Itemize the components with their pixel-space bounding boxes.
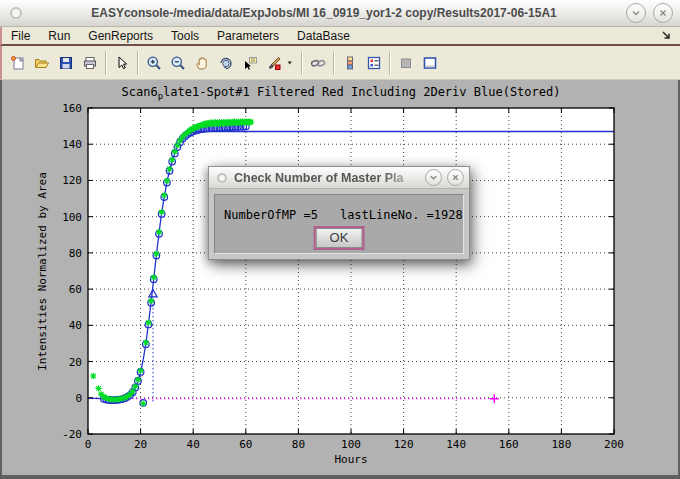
y-axis-label: Intensities Normalized by Area (36, 122, 49, 422)
y-tick-label: 120 (62, 174, 82, 187)
toolbar-separator (105, 51, 107, 75)
window-title: EASYconsole-/media/data/ExpJobs/MI 16_09… (22, 6, 626, 20)
menu-database[interactable]: DataBase (288, 27, 359, 45)
dialog-minimize-button[interactable] (425, 169, 442, 186)
chevron-down-icon (631, 8, 641, 18)
zoom-in-icon (146, 55, 162, 71)
link-plot-icon (310, 55, 326, 71)
toolbar-button-show-plot-tools[interactable] (418, 49, 442, 76)
hide-plot-tools-icon (398, 55, 414, 71)
y-tick-label: 80 (69, 247, 82, 260)
chevron-down-icon (429, 173, 438, 182)
marker-asterisk (153, 251, 159, 257)
brush-dropdown-icon (286, 55, 298, 71)
marker-asterisk (90, 373, 96, 379)
chart[interactable]: 020406080100120140160180200-200204060801… (2, 80, 678, 475)
dialog-title: Check Number of Master Pla (234, 171, 425, 185)
marker-asterisk (164, 178, 170, 184)
marker-asterisk (148, 298, 154, 304)
ok-button[interactable]: OK (316, 228, 363, 248)
toolbar-button-hide-plot-tools[interactable] (394, 49, 418, 76)
dock-arrow-icon[interactable] (661, 30, 672, 41)
window-minimize-button[interactable] (626, 3, 646, 23)
save-figure-icon (58, 55, 74, 71)
toolbar-button-edit-plot[interactable] (110, 49, 134, 76)
marker-asterisk (161, 192, 167, 198)
toolbar-button-brush[interactable] (262, 49, 286, 76)
y-tick-label: 160 (62, 102, 82, 115)
window-menu-icon[interactable] (10, 7, 22, 19)
toolbar-button-zoom-out[interactable] (166, 49, 190, 76)
dialog-body: NumberOfMP =5lastLineNo. =1928 OK (209, 189, 469, 259)
marker-asterisk (172, 148, 178, 154)
x-tick-label: 160 (499, 438, 519, 451)
dialog-message: NumberOfMP =5lastLineNo. =1928 (224, 208, 457, 222)
x-axis-label: Hours (88, 453, 614, 466)
y-tick-label: -20 (62, 428, 82, 441)
marker-asterisk (143, 339, 149, 345)
y-tick-label: 140 (62, 138, 82, 151)
toolbar-separator (301, 51, 303, 75)
x-tick-label: 80 (292, 438, 305, 451)
chart-title: Scan6plate1-Spot#1 Filtered Red Includin… (68, 85, 614, 101)
toolbar-button-save-figure[interactable] (54, 49, 78, 76)
y-tick-label: 40 (69, 319, 82, 332)
toolbar-button-data-cursor[interactable] (238, 49, 262, 76)
marker-asterisk (95, 385, 101, 391)
menu-file[interactable]: File (2, 27, 39, 45)
zoom-out-icon (170, 55, 186, 71)
menu-tools[interactable]: Tools (162, 27, 208, 45)
x-tick-label: 20 (134, 438, 147, 451)
toolbar-button-insert-colorbar[interactable] (338, 49, 362, 76)
toolbar-button-link-plot[interactable] (306, 49, 330, 76)
toolbar-separator (389, 51, 391, 75)
x-tick-label: 120 (394, 438, 414, 451)
marker-asterisk (151, 274, 157, 280)
toolbar-button-pan[interactable] (190, 49, 214, 76)
dialog-titlebar[interactable]: Check Number of Master Pla (209, 167, 469, 189)
x-tick-label: 200 (604, 438, 624, 451)
toolbar-button-rotate-3d[interactable] (214, 49, 238, 76)
app-window: EASYconsole-/media/data/ExpJobs/MI 16_09… (0, 0, 680, 479)
close-icon (658, 8, 668, 18)
window-close-button[interactable] (653, 3, 673, 23)
marker-asterisk (137, 367, 143, 373)
marker-asterisk (156, 229, 162, 235)
y-tick-label: 100 (62, 211, 82, 224)
dialog-close-button[interactable] (447, 169, 464, 186)
insert-legend-icon (366, 55, 382, 71)
show-plot-tools-icon (422, 55, 438, 71)
menu-genreports[interactable]: GenReports (79, 27, 162, 45)
toolbar-button-zoom-in[interactable] (142, 49, 166, 76)
close-icon (451, 173, 460, 182)
dialog-panel: NumberOfMP =5lastLineNo. =1928 OK (214, 194, 464, 254)
menu-parameters[interactable]: Parameters (208, 27, 288, 45)
toolbar-button-open-file[interactable] (30, 49, 54, 76)
toolbar-button-insert-legend[interactable] (362, 49, 386, 76)
toolbar-button-new-figure[interactable] (6, 49, 30, 76)
marker-asterisk (140, 400, 146, 406)
marker-asterisk (248, 119, 254, 125)
brush-icon (266, 55, 282, 71)
dialog-check-master-plates: Check Number of Master Pla NumberOfMP =5… (208, 166, 470, 260)
menu-run[interactable]: Run (39, 27, 79, 45)
y-tick-label: 0 (75, 392, 82, 405)
menubar: FileRunGenReportsToolsParametersDataBase (0, 27, 680, 46)
toolbar-button-print-figure[interactable] (78, 49, 102, 76)
rotate-3d-icon (218, 55, 234, 71)
print-figure-icon (82, 55, 98, 71)
figure-canvas: 020406080100120140160180200-200204060801… (2, 80, 678, 475)
new-figure-icon (10, 55, 26, 71)
x-tick-label: 180 (551, 438, 571, 451)
marker-asterisk (169, 157, 175, 163)
x-tick-label: 100 (341, 438, 361, 451)
x-tick-label: 60 (239, 438, 252, 451)
toolbar-button-brush-dropdown[interactable] (286, 49, 298, 76)
window-titlebar[interactable]: EASYconsole-/media/data/ExpJobs/MI 16_09… (0, 0, 680, 27)
marker-asterisk (158, 209, 164, 215)
figure-area: 020406080100120140160180200-200204060801… (0, 80, 680, 479)
insert-colorbar-icon (342, 55, 358, 71)
marker-asterisk (145, 319, 151, 325)
edit-plot-icon (114, 55, 130, 71)
toolbar-separator (137, 51, 139, 75)
